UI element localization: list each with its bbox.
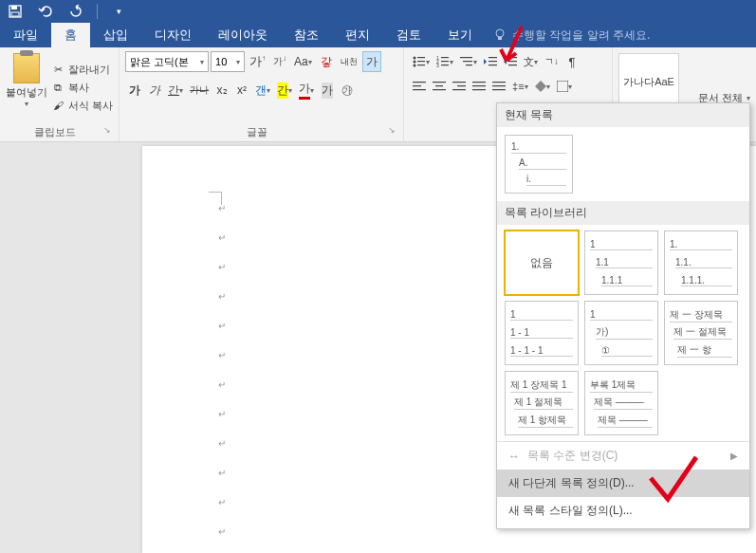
- svg-rect-14: [441, 61, 449, 62]
- tab-file[interactable]: 파일: [0, 23, 51, 47]
- character-border-button[interactable]: 가: [362, 51, 381, 72]
- list-library-none[interactable]: 없음: [505, 230, 579, 295]
- svg-rect-22: [489, 65, 497, 65]
- list-library-item[interactable]: 1.1.1.1.1.1.: [664, 230, 738, 295]
- dialog-launcher-icon[interactable]: ↘: [103, 125, 111, 135]
- copy-button[interactable]: ⧉복사: [51, 81, 113, 95]
- tab-references[interactable]: 참조: [281, 23, 332, 47]
- justify-button[interactable]: [470, 76, 489, 97]
- cut-button[interactable]: ✂잘라내기: [51, 63, 113, 77]
- svg-rect-32: [452, 82, 466, 83]
- copy-icon: ⧉: [51, 81, 65, 94]
- svg-point-5: [414, 57, 416, 60]
- multilevel-list-button[interactable]: ▾: [457, 51, 480, 72]
- svg-rect-35: [472, 82, 486, 83]
- align-right-button[interactable]: [450, 76, 469, 97]
- tell-me-search[interactable]: 수행할 작업을 알려 주세요.: [493, 23, 650, 47]
- svg-rect-29: [433, 82, 446, 83]
- svg-point-9: [414, 65, 416, 67]
- bullets-button[interactable]: ▾: [410, 51, 433, 72]
- change-list-level-option: ↔ 목록 수준 변경(C) ▶: [497, 442, 749, 470]
- svg-rect-36: [472, 85, 486, 86]
- svg-rect-28: [413, 89, 426, 90]
- undo-icon[interactable]: [36, 2, 55, 21]
- redo-icon[interactable]: [66, 2, 85, 21]
- sort-button[interactable]: ㄱ↓: [542, 51, 562, 72]
- arrow-right-icon: ↔: [508, 450, 520, 463]
- svg-rect-1: [11, 6, 17, 9]
- text-effects-button[interactable]: 갠▾: [252, 80, 273, 101]
- chevron-down-icon: ▾: [747, 94, 750, 102]
- svg-rect-31: [433, 89, 446, 90]
- superscript-button[interactable]: x²: [232, 80, 251, 101]
- svg-rect-27: [413, 85, 421, 86]
- qat-customize-icon[interactable]: ▾: [109, 2, 128, 21]
- list-library-item[interactable]: 11.11.1.1: [584, 230, 658, 295]
- change-case-button[interactable]: Aa▾: [291, 51, 315, 72]
- asian-layout-button[interactable]: 文▾: [521, 51, 541, 72]
- font-color-button[interactable]: 가▾: [296, 80, 317, 101]
- list-library-item[interactable]: 1가)①: [584, 301, 658, 365]
- current-list-preview[interactable]: 1. A. i.: [505, 135, 573, 194]
- align-left-button[interactable]: [410, 76, 429, 97]
- enclose-characters-button[interactable]: ㉮: [338, 80, 357, 101]
- tab-review[interactable]: 검토: [383, 23, 434, 47]
- grow-font-button[interactable]: 가↑: [247, 51, 268, 72]
- list-library-item[interactable]: 11 - 11 - 1 - 1: [505, 301, 579, 365]
- list-library-grid: 없음 11.11.1.1 1.1.1.1.1.1. 11 - 11 - 1 - …: [497, 225, 749, 441]
- shading-button[interactable]: ▾: [532, 76, 553, 97]
- decrease-indent-button[interactable]: [481, 51, 500, 72]
- svg-rect-33: [457, 85, 466, 86]
- chevron-right-icon: ▶: [730, 451, 738, 461]
- svg-rect-23: [508, 57, 517, 58]
- tab-view[interactable]: 보기: [434, 23, 486, 47]
- subscript-button[interactable]: x₂: [212, 80, 231, 101]
- borders-button[interactable]: ▾: [554, 76, 575, 97]
- svg-rect-4: [498, 37, 502, 40]
- font-name-value: 맑은 고딕(본: [130, 55, 189, 69]
- svg-point-7: [414, 61, 416, 64]
- dialog-launcher-icon[interactable]: ↘: [388, 125, 396, 135]
- tab-mailings[interactable]: 편지: [332, 23, 383, 47]
- dropdown-header-current: 현재 목록: [497, 103, 749, 127]
- define-new-multilevel-list-option[interactable]: 새 다단계 목록 정의(D)...: [497, 470, 749, 497]
- clear-formatting-button[interactable]: 갛: [317, 51, 336, 72]
- svg-rect-37: [472, 89, 486, 90]
- italic-button[interactable]: 가: [145, 80, 164, 101]
- line-spacing-button[interactable]: ‡≡▾: [509, 76, 531, 97]
- list-library-item[interactable]: 제 1 장제목 1제 1 절제목제 1 항제목: [505, 371, 579, 435]
- tab-layout[interactable]: 레이아웃: [205, 23, 281, 47]
- svg-rect-39: [492, 85, 506, 86]
- quick-access-toolbar: ▾: [0, 0, 756, 23]
- define-new-list-style-option[interactable]: 새 목록 스타일 정의(L)...: [497, 497, 749, 525]
- svg-rect-26: [413, 82, 426, 83]
- increase-indent-button[interactable]: [501, 51, 520, 72]
- show-marks-button[interactable]: ¶: [562, 51, 581, 72]
- format-painter-button[interactable]: 🖌서식 복사: [51, 99, 113, 113]
- tab-insert[interactable]: 삽입: [90, 23, 141, 47]
- left-margin-area: [0, 142, 142, 553]
- font-name-combo[interactable]: 맑은 고딕(본▾: [125, 51, 209, 72]
- align-center-button[interactable]: [430, 76, 449, 97]
- save-icon[interactable]: [6, 2, 25, 21]
- tab-home[interactable]: 홈: [51, 23, 90, 47]
- shrink-font-button[interactable]: 가↓: [270, 51, 289, 72]
- underline-button[interactable]: 간▾: [165, 80, 186, 101]
- bold-button[interactable]: 가: [125, 80, 144, 101]
- group-clipboard: 붙여넣기 ▾ ✂잘라내기 ⧉복사 🖌서식 복사 클립보드↘: [0, 47, 120, 141]
- list-library-item[interactable]: 부록 1제목제목 ———제목 ———: [584, 371, 658, 435]
- numbering-button[interactable]: 123▾: [433, 51, 456, 72]
- phonetic-guide-button[interactable]: 내천: [338, 51, 360, 72]
- svg-rect-20: [489, 57, 497, 58]
- character-shading-button[interactable]: 가: [318, 80, 337, 101]
- format-painter-label: 서식 복사: [68, 99, 113, 113]
- tab-design[interactable]: 디자인: [141, 23, 205, 47]
- strikethrough-button[interactable]: 가나: [187, 80, 212, 101]
- paste-button[interactable]: 붙여넣기 ▾: [6, 51, 47, 123]
- list-library-item[interactable]: 제 一 장제목제 一 절제목제 一 항: [664, 301, 738, 365]
- lightbulb-icon: [493, 28, 507, 42]
- font-size-combo[interactable]: 10▾: [211, 51, 245, 72]
- distribute-button[interactable]: [489, 76, 508, 97]
- highlight-button[interactable]: 간▾: [274, 80, 295, 101]
- style-preview-normal[interactable]: 가나다AaE: [618, 53, 679, 110]
